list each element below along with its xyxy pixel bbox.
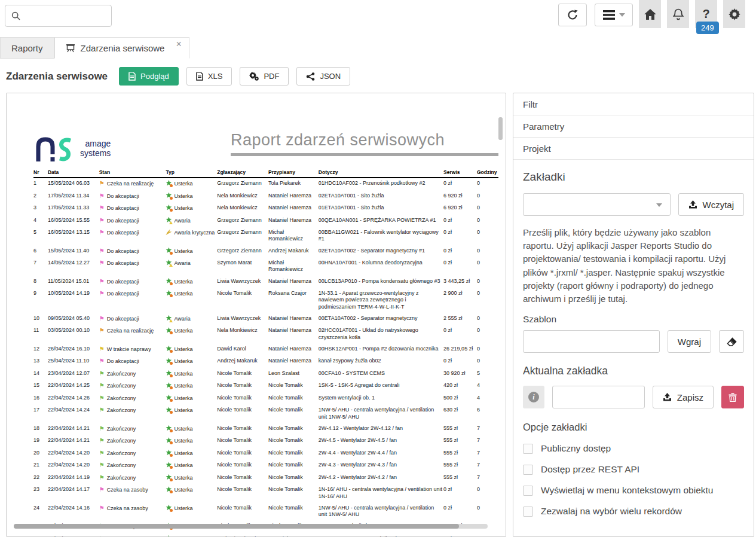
table-row: 21 22/04/2024 14.20 ⚑Zakończony Usterka … bbox=[33, 460, 498, 472]
cell-nr: 15 bbox=[33, 380, 48, 393]
type-icon bbox=[166, 474, 172, 480]
status-label: Do akceptacji bbox=[107, 260, 139, 266]
status-flag-icon: ⚑ bbox=[99, 505, 105, 511]
cell-serwis: 0 zł bbox=[443, 325, 477, 344]
type-icon bbox=[166, 505, 172, 511]
save-bookmark-button[interactable]: Zapisz bbox=[653, 386, 714, 408]
status-flag-icon: ⚑ bbox=[99, 450, 105, 456]
search-input[interactable] bbox=[25, 11, 105, 21]
cell-zglaszajacy: Szymon Marat bbox=[217, 258, 268, 276]
gear-icon bbox=[729, 8, 740, 20]
cell-przypisany: Nicole Tomalik bbox=[268, 405, 319, 423]
type-label: Usterka bbox=[174, 487, 192, 493]
table-row: 9 10/05/2024 14.19 ⚑Do akceptacji Usterk… bbox=[33, 288, 498, 313]
save-bookmark-label: Zapisz bbox=[677, 392, 703, 402]
horizontal-scrollbar[interactable] bbox=[14, 524, 488, 529]
cell-typ: Awaria bbox=[166, 258, 217, 276]
upload-template-button[interactable]: Wgraj bbox=[668, 330, 711, 353]
type-label: Usterka bbox=[174, 438, 192, 444]
notifications-button[interactable] bbox=[667, 0, 689, 28]
report-toolbar: Zdarzenia serwisowe Podgląd XLS PDF JSON bbox=[0, 59, 756, 93]
tab-raporty[interactable]: Raporty bbox=[0, 37, 54, 59]
type-icon bbox=[166, 278, 172, 284]
col-serwis: Serwis bbox=[443, 168, 477, 178]
cell-serwis: 6 920 zł bbox=[443, 203, 477, 215]
search-box[interactable] bbox=[5, 5, 112, 27]
cell-serwis: 0 zł bbox=[443, 246, 477, 258]
cell-zglaszajacy: Grzegorz Ziemann bbox=[217, 178, 268, 191]
pdf-button[interactable]: PDF bbox=[240, 67, 289, 86]
template-input[interactable] bbox=[523, 330, 660, 353]
eraser-icon bbox=[727, 337, 737, 346]
cell-data: 22/04/2024 14.16 bbox=[48, 503, 99, 521]
load-bookmark-button[interactable]: Wczytaj bbox=[678, 193, 745, 216]
checkbox[interactable] bbox=[523, 465, 533, 475]
status-label: Czeka na realizację bbox=[107, 328, 154, 334]
cell-zglaszajacy: Nicole Tomalik bbox=[217, 472, 268, 485]
cell-stan: ⚑Zakończony bbox=[99, 368, 166, 381]
status-label: Zakończony bbox=[107, 438, 136, 444]
xls-button[interactable]: XLS bbox=[186, 67, 232, 86]
cell-data: 22/04/2024 14.21 bbox=[48, 435, 99, 448]
status-label: Do akceptacji bbox=[107, 218, 139, 224]
bookmark-option[interactable]: Zezwalaj na wybór wielu rekordów bbox=[523, 506, 744, 517]
close-icon[interactable]: × bbox=[176, 39, 181, 50]
refresh-button[interactable] bbox=[558, 4, 587, 26]
cell-godziny: 0 bbox=[477, 313, 498, 326]
status-flag-icon: ⚑ bbox=[99, 425, 105, 432]
help-button[interactable]: ? 249 bbox=[695, 0, 717, 28]
checkbox[interactable] bbox=[523, 486, 533, 496]
sidebar-section-projekt[interactable]: Projekt bbox=[513, 138, 754, 160]
bookmark-option[interactable]: Wyświetlaj w menu kontekstowym obiektu bbox=[523, 485, 744, 496]
checkbox[interactable] bbox=[523, 444, 533, 454]
checkbox[interactable] bbox=[523, 507, 533, 517]
col-nr: Nr bbox=[33, 168, 48, 178]
preview-label: Podgląd bbox=[140, 72, 169, 81]
bookmark-info-button[interactable]: i bbox=[523, 386, 544, 408]
table-row: 4 16/05/2024 15.55 ⚑Do akceptacji Awaria… bbox=[33, 215, 498, 228]
type-label: Usterka bbox=[174, 536, 192, 537]
clear-template-button[interactable] bbox=[719, 330, 744, 353]
sidebar-section-parametry[interactable]: Parametry bbox=[513, 115, 754, 138]
cell-dotyczy: System wentylacji ob. 1 bbox=[319, 393, 443, 405]
cell-stan: ⚑Zakończony bbox=[99, 460, 166, 472]
delete-bookmark-button[interactable] bbox=[721, 386, 744, 408]
report-preview-pane[interactable]: amage systems Raport zdarzeń serwisowych… bbox=[6, 93, 506, 537]
bookmark-select-row: Wczytaj bbox=[523, 193, 744, 216]
cell-data: 22/04/2024 14.17 bbox=[48, 484, 99, 503]
bookmark-select[interactable] bbox=[523, 193, 671, 216]
bookmark-option[interactable]: Dostęp przez REST API bbox=[523, 464, 744, 475]
vertical-scrollbar-thumb[interactable] bbox=[498, 117, 503, 140]
cell-serwis: 0 zł bbox=[443, 215, 477, 228]
cell-dotyczy: 00CFA10 - SYSTEM CEMS bbox=[319, 368, 443, 381]
menu-button[interactable] bbox=[595, 4, 633, 26]
cell-przypisany: Nicole Tomalik bbox=[268, 393, 319, 405]
status-flag-icon: ⚑ bbox=[99, 290, 105, 297]
cell-przypisany: Nicole Tomalik bbox=[268, 484, 319, 503]
settings-button[interactable] bbox=[723, 0, 745, 28]
chevron-down-icon bbox=[656, 203, 662, 207]
brand-line-2: systems bbox=[80, 149, 111, 158]
type-label: Awaria krytyczna bbox=[174, 230, 215, 236]
cell-przypisany: Leon Szalast bbox=[268, 368, 319, 381]
home-button[interactable] bbox=[639, 0, 661, 28]
json-button[interactable]: JSON bbox=[296, 67, 350, 86]
cell-serwis: 420 zł bbox=[443, 380, 477, 393]
bookmark-option[interactable]: Publiczny dostęp bbox=[523, 443, 744, 454]
horizontal-scrollbar-thumb[interactable] bbox=[14, 524, 459, 529]
tab-zdarzenia-serwisowe[interactable]: Zdarzenia serwisowe × bbox=[54, 37, 189, 59]
cell-zglaszajacy: Nela Monkiewicz bbox=[217, 203, 268, 215]
cell-nr: 14 bbox=[33, 368, 48, 381]
notification-badge: 249 bbox=[696, 22, 719, 34]
cell-godziny: 4 bbox=[477, 380, 498, 393]
cell-dotyczy: 00ETA10AT002 - Separator magnetyczny bbox=[319, 313, 443, 326]
cell-serwis: 555 zł bbox=[443, 448, 477, 460]
cell-stan: ⚑Do akceptacji bbox=[99, 246, 166, 258]
current-bookmark-input[interactable] bbox=[552, 386, 645, 408]
col-data: Data bbox=[48, 168, 99, 178]
sidebar-section-filtr[interactable]: Filtr bbox=[513, 93, 754, 115]
cell-dotyczy: 1NW-5/ AHU - centrala wentylacyjna / ven… bbox=[319, 405, 443, 423]
preview-button[interactable]: Podgląd bbox=[119, 67, 179, 86]
status-flag-icon: ⚑ bbox=[99, 217, 105, 224]
cell-zglaszajacy: Grzegorz Ziemann bbox=[217, 227, 268, 246]
